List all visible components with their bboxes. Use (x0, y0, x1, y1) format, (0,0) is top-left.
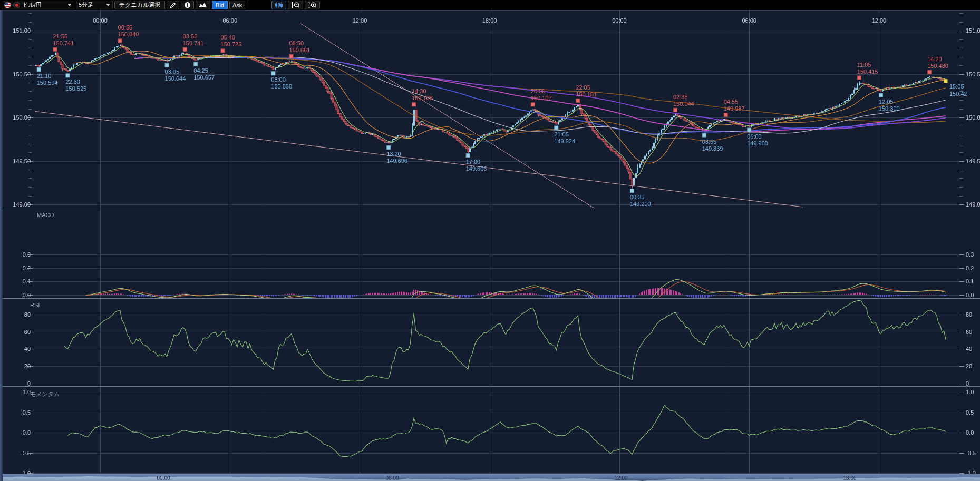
info-button[interactable] (181, 1, 194, 9)
rsi-chart-canvas[interactable] (0, 299, 980, 387)
left-edge-strip (0, 10, 3, 481)
macd-panel-title: MACD (37, 212, 54, 218)
technical-select-button[interactable]: テクニカル選択 (114, 1, 165, 9)
ask-label: Ask (232, 2, 242, 8)
area-chart-button[interactable] (196, 1, 210, 9)
currency-pair-label: ドル/円 (22, 1, 42, 9)
fx-chart-window: ドル/円 5分足 テクニカル選択 (0, 0, 980, 481)
info-icon (184, 2, 191, 8)
zoom-out-icon (291, 2, 300, 8)
draw-pencil-button[interactable] (167, 1, 179, 9)
macd-chart-canvas[interactable] (0, 209, 980, 298)
ask-button[interactable]: Ask (229, 1, 245, 9)
zoom-out-button[interactable] (288, 1, 303, 9)
jp-flag-icon (13, 2, 20, 8)
momentum-panel: モメンタム (0, 386, 980, 474)
time-scrollbar[interactable] (0, 474, 980, 481)
zoom-in-icon (308, 2, 317, 8)
chevron-down-icon (67, 4, 72, 6)
area-chart-icon (199, 2, 207, 8)
currency-pair-select[interactable]: ドル/円 (2, 1, 74, 9)
toolbar: ドル/円 5分足 テクニカル選択 (0, 0, 980, 10)
momentum-chart-canvas[interactable] (0, 387, 980, 474)
price-panel (0, 10, 980, 209)
chevron-down-icon (106, 4, 110, 6)
bid-button[interactable]: Bid (212, 1, 228, 9)
pencil-icon (170, 2, 176, 8)
candlestick-icon (275, 2, 283, 8)
timeframe-label: 5分足 (79, 1, 93, 9)
macd-panel: MACD (0, 209, 980, 298)
navigator-canvas[interactable] (0, 474, 980, 481)
bid-label: Bid (216, 2, 224, 8)
price-chart-canvas[interactable] (0, 11, 980, 209)
technical-select-label: テクニカル選択 (119, 1, 160, 9)
timeframe-select[interactable]: 5分足 (76, 1, 113, 9)
candlestick-mode-button[interactable] (271, 1, 286, 9)
rsi-panel-title: RSI (30, 302, 40, 308)
us-flag-icon (4, 2, 11, 8)
rsi-panel: RSI (0, 298, 980, 386)
momentum-panel-title: モメンタム (30, 390, 60, 398)
zoom-in-button[interactable] (305, 1, 320, 9)
